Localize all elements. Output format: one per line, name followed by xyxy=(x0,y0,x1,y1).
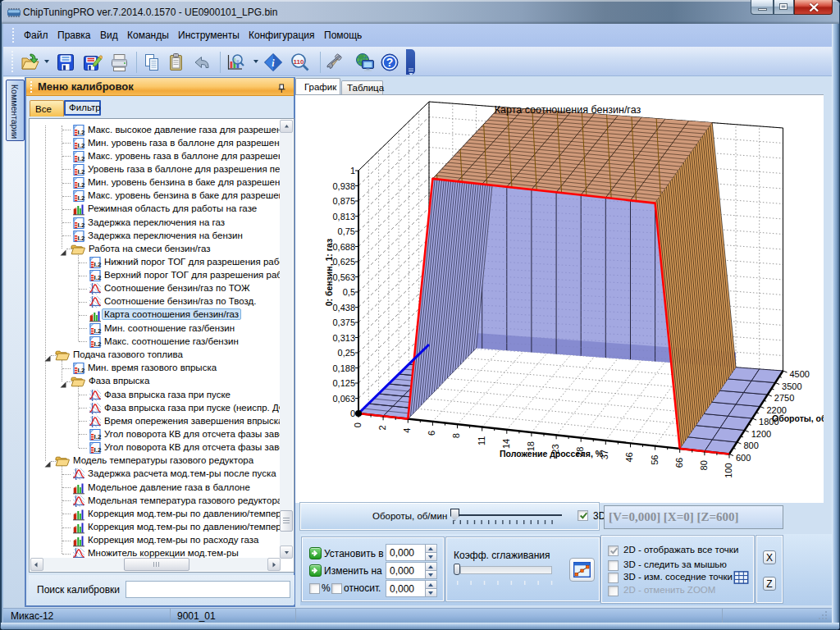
svg-text:Карта соотношения бензин/газ: Карта соотношения бензин/газ xyxy=(495,104,641,116)
svg-text:I.2: I.2 xyxy=(94,340,102,348)
svg-text:0,125: 0,125 xyxy=(332,378,355,388)
svg-text:I.2: I.2 xyxy=(78,168,85,176)
svg-text:I.2: I.2 xyxy=(78,235,85,242)
svg-text:0,313: 0,313 xyxy=(332,333,355,343)
svg-text:56: 56 xyxy=(650,455,660,465)
svg-text:66: 66 xyxy=(674,458,684,468)
svg-text:46: 46 xyxy=(625,452,635,462)
svg-text:0,063: 0,063 xyxy=(332,394,355,404)
svg-text:0: 0 xyxy=(350,409,355,418)
svg-text:I.2: I.2 xyxy=(94,327,102,335)
svg-text:0: бензин, 1: газ: 0: бензин, 1: газ xyxy=(324,239,334,307)
svg-text:600: 600 xyxy=(736,453,751,463)
svg-text:1200: 1200 xyxy=(751,429,771,439)
svg-text:3500: 3500 xyxy=(782,381,801,391)
svg-text:0,938: 0,938 xyxy=(332,181,355,191)
svg-text:0,563: 0,563 xyxy=(332,272,355,282)
svg-text:4: 4 xyxy=(402,428,412,433)
svg-text:0,188: 0,188 xyxy=(332,363,355,373)
svg-text:0,375: 0,375 xyxy=(332,317,355,327)
svg-text:0,25: 0,25 xyxy=(338,348,355,358)
svg-text:0: 0 xyxy=(353,422,363,427)
svg-text:I.2: I.2 xyxy=(94,433,102,441)
svg-text:800: 800 xyxy=(743,441,758,450)
svg-text:100: 100 xyxy=(724,463,733,478)
svg-text:0,813: 0,813 xyxy=(332,212,355,221)
svg-text:0,688: 0,688 xyxy=(332,242,355,252)
svg-text:I.2: I.2 xyxy=(78,142,85,149)
svg-text:11: 11 xyxy=(477,436,486,445)
svg-text:I.2: I.2 xyxy=(78,367,85,374)
svg-text:2: 2 xyxy=(377,425,387,430)
svg-text:0,875: 0,875 xyxy=(332,196,355,206)
svg-text:Обороты, об: Обороты, об xyxy=(772,413,824,423)
svg-text:I.2: I.2 xyxy=(94,261,102,268)
svg-text:I.2: I.2 xyxy=(78,194,85,202)
svg-text:0,5: 0,5 xyxy=(343,287,355,297)
svg-text:14: 14 xyxy=(501,439,511,449)
svg-text:0,438: 0,438 xyxy=(332,303,355,313)
svg-text:I.2: I.2 xyxy=(78,181,85,189)
svg-text:0,625: 0,625 xyxy=(332,257,355,267)
svg-text:I.2: I.2 xyxy=(94,446,102,454)
svg-text:4500: 4500 xyxy=(790,369,810,379)
svg-text:Положение дросселя, %: Положение дросселя, % xyxy=(500,449,604,459)
svg-text:?: ? xyxy=(386,56,394,69)
svg-text:110: 110 xyxy=(294,58,304,66)
svg-text:I.2: I.2 xyxy=(94,274,102,281)
svg-text:6: 6 xyxy=(427,431,436,436)
svg-text:I.2: I.2 xyxy=(78,221,85,229)
svg-text:1: 1 xyxy=(350,166,355,176)
svg-text:2750: 2750 xyxy=(774,393,794,403)
svg-text:8: 8 xyxy=(452,433,462,438)
svg-text:80: 80 xyxy=(699,460,709,470)
svg-text:I.2: I.2 xyxy=(78,129,85,136)
svg-text:I.2: I.2 xyxy=(78,155,85,162)
svg-text:0,75: 0,75 xyxy=(338,226,355,236)
